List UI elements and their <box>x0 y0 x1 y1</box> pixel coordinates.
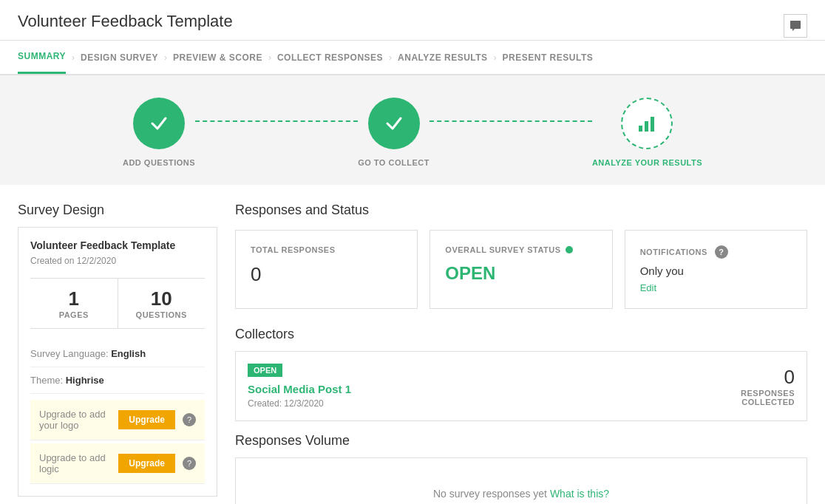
collector-status-badge: OPEN <box>248 364 282 377</box>
nav-sep-1: › <box>72 52 75 63</box>
svg-rect-2 <box>651 117 654 132</box>
notifications-help-icon[interactable]: ? <box>715 245 728 259</box>
chat-icon[interactable] <box>784 14 807 38</box>
survey-status-value: OPEN <box>445 263 597 284</box>
survey-card: Volunteer Feedback Template Created on 1… <box>18 227 217 497</box>
step-label-1: ADD QUESTIONS <box>123 158 195 167</box>
step-line-2 <box>430 120 592 122</box>
nav-item-present[interactable]: PRESENT RESULTS <box>503 42 594 73</box>
nav-sep-2: › <box>164 52 167 63</box>
upgrade-logic-row: Upgrade to add logic Upgrade ? <box>30 443 205 484</box>
svg-rect-1 <box>645 121 648 132</box>
upgrade-logic-button[interactable]: Upgrade <box>118 454 175 473</box>
page-title: Volunteer Feedback Template <box>18 12 233 40</box>
total-responses-card: TOTAL RESPONSES 0 <box>235 230 418 309</box>
nav-bar: SUMMARY › DESIGN SURVEY › PREVIEW & SCOR… <box>0 41 825 75</box>
progress-section: ADD QUESTIONS GO TO COLLECT ANALYZE YOUR… <box>0 75 825 185</box>
language-label: Survey Language: <box>30 348 109 359</box>
nav-item-summary[interactable]: SUMMARY <box>18 41 66 74</box>
survey-name: Volunteer Feedback Template <box>30 239 205 251</box>
nav-item-collect[interactable]: COLLECT RESPONSES <box>277 42 383 73</box>
upgrade-logo-button[interactable]: Upgrade <box>118 410 175 429</box>
status-cards-row: TOTAL RESPONSES 0 OVERALL SURVEY STATUS … <box>235 230 807 309</box>
what-is-this-link[interactable]: What is this? <box>550 488 609 500</box>
step-analyze: ANALYZE YOUR RESULTS <box>592 98 702 167</box>
step-circle-3[interactable] <box>621 98 673 149</box>
nav-sep-3: › <box>268 52 271 63</box>
upgrade-logo-help-icon[interactable]: ? <box>183 413 196 426</box>
step-circle-1[interactable] <box>133 98 185 149</box>
step-label-2: GO TO COLLECT <box>358 158 430 167</box>
edit-notifications-link[interactable]: Edit <box>640 282 656 293</box>
language-value: English <box>111 348 146 359</box>
nav-sep-5: › <box>494 52 497 63</box>
upgrade-logo-text: Upgrade to add your logo <box>39 409 118 431</box>
step-circle-2[interactable] <box>368 98 420 149</box>
notifications-value: Only you <box>640 265 792 277</box>
upgrade-logic-text: Upgrade to add logic <box>39 452 118 474</box>
pages-stat: 1 PAGES <box>30 279 118 328</box>
responses-status-title: Responses and Status <box>235 202 807 218</box>
responses-volume-section: No survey responses yet What is this? <box>235 457 807 504</box>
stats-row: 1 PAGES 10 QUESTIONS <box>30 278 205 329</box>
pages-label: PAGES <box>39 310 109 319</box>
upgrade-logic-help-icon[interactable]: ? <box>183 457 196 470</box>
questions-label: QUESTIONS <box>127 310 197 319</box>
survey-design-title: Survey Design <box>18 202 217 218</box>
nav-sep-4: › <box>389 52 392 63</box>
total-responses-value: 0 <box>251 263 402 286</box>
questions-value: 10 <box>127 287 197 310</box>
collector-responses-count: 0 <box>741 366 795 389</box>
total-responses-label: TOTAL RESPONSES <box>251 245 402 254</box>
step-go-collect: GO TO COLLECT <box>358 98 430 167</box>
collector-name[interactable]: Social Media Post 1 <box>248 383 351 395</box>
collector-item: OPEN Social Media Post 1 Created: 12/3/2… <box>235 351 807 421</box>
volume-empty-message: No survey responses yet What is this? <box>433 488 609 500</box>
pages-value: 1 <box>39 287 109 310</box>
nav-item-analyze[interactable]: ANALYZE RESULTS <box>398 42 488 73</box>
collector-info: OPEN Social Media Post 1 Created: 12/3/2… <box>248 364 351 409</box>
svg-rect-0 <box>639 126 642 132</box>
survey-status-label: OVERALL SURVEY STATUS <box>445 245 597 254</box>
survey-status-card: OVERALL SURVEY STATUS OPEN <box>430 230 612 309</box>
notifications-label: NOTIFICATIONS ? <box>640 245 792 259</box>
step-label-3: ANALYZE YOUR RESULTS <box>592 158 702 167</box>
responses-volume-title: Responses Volume <box>235 433 807 449</box>
status-dot-icon <box>566 246 573 253</box>
step-line-1 <box>195 120 358 122</box>
upgrade-logo-row: Upgrade to add your logo Upgrade ? <box>30 400 205 440</box>
theme-label: Theme: <box>30 375 63 386</box>
theme-value: Highrise <box>66 375 104 386</box>
collector-created: Created: 12/3/2020 <box>248 398 351 409</box>
theme-row: Theme: Highrise <box>30 367 205 394</box>
collectors-title: Collectors <box>235 327 807 342</box>
survey-created: Created on 12/2/2020 <box>30 256 205 266</box>
questions-stat: 10 QUESTIONS <box>118 279 206 328</box>
right-panel: Responses and Status TOTAL RESPONSES 0 O… <box>235 202 807 504</box>
step-add-questions: ADD QUESTIONS <box>123 98 195 167</box>
collector-responses-label: RESPONSESCOLLECTED <box>741 389 795 406</box>
language-row: Survey Language: English <box>30 341 205 367</box>
notifications-card: NOTIFICATIONS ? Only you Edit <box>625 230 807 309</box>
collector-responses: 0 RESPONSESCOLLECTED <box>741 366 795 406</box>
nav-item-preview[interactable]: PREVIEW & SCORE <box>173 42 262 73</box>
header: Volunteer Feedback Template <box>0 0 825 41</box>
nav-item-design[interactable]: DESIGN SURVEY <box>81 42 158 73</box>
main-content: Survey Design Volunteer Feedback Templat… <box>0 185 825 504</box>
left-panel: Survey Design Volunteer Feedback Templat… <box>18 202 217 504</box>
